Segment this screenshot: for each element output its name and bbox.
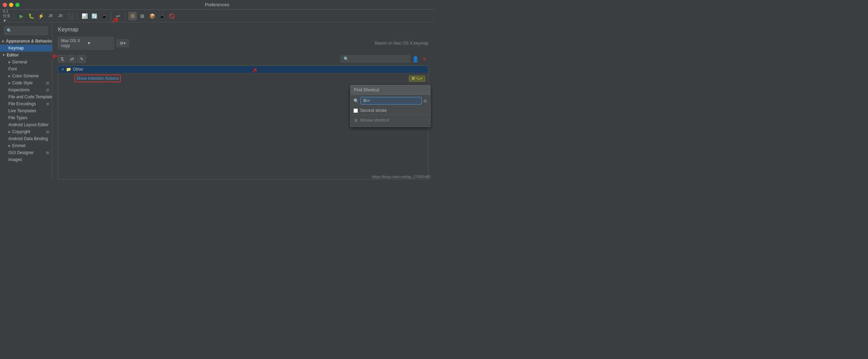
toolbar-project-btn[interactable]: 4.1分支 ▼ (3, 12, 11, 20)
sidebar-item-file-encodings[interactable]: File Encodings ⊞ (0, 100, 52, 107)
keymap-gear-button[interactable]: ⚙▾ (117, 39, 129, 47)
sidebar-item-keymap[interactable]: Keymap (0, 45, 52, 52)
toolbar-undo-btn[interactable]: ↩ (114, 12, 122, 20)
traffic-lights (3, 3, 20, 7)
toolbar-avd-btn[interactable]: 📱 (100, 12, 108, 20)
toolbar-sync-btn[interactable]: 🔄 (90, 12, 98, 20)
sidebar-label-android-layout: Android Layout Editor (8, 122, 48, 127)
sidebar-item-code-style[interactable]: ▶ Code Style ⊞ (0, 79, 52, 86)
sidebar-label-inspections: Inspections (8, 87, 30, 92)
sidebar-label-live-templates: Live Templates (8, 108, 36, 113)
mouse-shortcut-label: Mouse shortcut (360, 118, 389, 123)
sidebar-item-gui-designer[interactable]: GUI Designer ⊞ (0, 149, 52, 156)
sort2-btn[interactable]: ⇄ (68, 55, 76, 63)
sidebar-label-code-style: Code Style (12, 81, 33, 85)
sort-btn[interactable]: ⇅ (58, 55, 66, 63)
sidebar: ▶ Appearance & Behavior Keymap ▼ Editor … (0, 22, 52, 180)
toolbar-sep-3 (111, 13, 111, 20)
sidebar-item-general[interactable]: ▶ General (0, 59, 52, 66)
keymap-search: 👤 ✕ (341, 55, 428, 63)
mouse-icon: 🖱 (353, 117, 358, 123)
content-area: Keymap Mac OS X copy ▼ ⚙▾ Based on Mac O… (52, 22, 434, 180)
popup-mouse-row: 🖱 Mouse shortcut (351, 114, 430, 127)
sidebar-item-file-types[interactable]: File Types (0, 114, 52, 121)
sidebar-label-file-templates: File and Code Templates (8, 94, 52, 99)
sidebar-item-copyright[interactable]: ▶ Copyright ⊞ (0, 128, 52, 135)
toolbar-settings-btn[interactable]: ⚙ (128, 12, 137, 20)
url-bar: https://blog.csdn.net/qq_27093465 (372, 175, 431, 179)
clear-filter-icon[interactable]: ✕ (421, 55, 428, 63)
keymap-toolbar: ⇅ ⇄ ✎ 👤 ✕ (58, 55, 428, 63)
toolbar-jr1-btn[interactable]: JR (46, 12, 55, 20)
sidebar-item-appearance[interactable]: ▶ Appearance & Behavior (0, 38, 52, 45)
toolbar-sep-2 (77, 13, 77, 20)
tree-label-other: Other (73, 67, 425, 72)
sidebar-label-general: General (12, 60, 27, 64)
filter-user-icon[interactable]: 👤 (412, 55, 419, 63)
sidebar-item-inspections[interactable]: Inspections ⊞ (0, 86, 52, 93)
popup-checkbox-row: Second stroke (351, 107, 430, 114)
maximize-button[interactable] (15, 3, 20, 7)
sidebar-label-android-data: Android Data Binding (8, 136, 48, 141)
popup-search-input[interactable] (360, 97, 422, 105)
cs-arrow-icon: ▶ (8, 74, 11, 78)
sidebar-item-file-templates[interactable]: File and Code Templates ⊞ (0, 93, 52, 100)
toolbar-sep-4 (125, 13, 126, 20)
tree-label-show-intention: Show Intention Actions (76, 76, 119, 81)
sidebar-label-font: Font (8, 67, 17, 71)
popup-title: Find Shortcut (351, 85, 430, 95)
find-shortcut-popup: Find Shortcut 🔍 ⊗ Second stroke 🖱 Mouse … (350, 85, 431, 127)
codestyle-arrow-icon: ▶ (8, 81, 11, 85)
sidebar-label-copyright: Copyright (12, 129, 30, 134)
tree-row-show-intention[interactable]: Show Intention Actions ⌘⌥↵ (58, 73, 428, 84)
sidebar-item-color-scheme[interactable]: ▶ Color Scheme (0, 72, 52, 79)
sidebar-label-appearance: Appearance & Behavior (6, 39, 52, 44)
sidebar-label-file-types: File Types (8, 115, 27, 120)
search-icon: 🔍 (353, 98, 359, 104)
sidebar-label-images: Images (8, 157, 22, 162)
edit-btn[interactable]: ✎ (77, 55, 86, 63)
tree-shortcut-badge: ⌘⌥↵ (409, 76, 425, 82)
toolbar-jr2-btn[interactable]: JR (56, 12, 65, 20)
sidebar-item-emmet[interactable]: ▶ Emmet (0, 142, 52, 149)
dropdown-arrow-icon: ▼ (87, 41, 111, 46)
toolbar-sep-1 (14, 13, 14, 20)
toolbar-sdk-btn[interactable]: 📦 (148, 12, 156, 20)
minimize-button[interactable] (9, 3, 13, 7)
sidebar-label-gui-designer: GUI Designer (8, 150, 34, 155)
toolbar-debug-btn[interactable]: 🐛 (27, 12, 35, 20)
sidebar-search-input[interactable] (4, 26, 48, 35)
toolbar-gradle-btn[interactable]: 📊 (80, 12, 89, 20)
toolbar-grid-btn[interactable]: ⊞ (138, 12, 147, 20)
popup-clear-icon[interactable]: ⊗ (423, 98, 427, 104)
folder-icon: 📁 (66, 67, 72, 72)
toolbar-coverage-btn[interactable]: ⚡ (37, 12, 45, 20)
toolbar-run-btn[interactable]: ▶ (17, 12, 25, 20)
copyright-arrow-icon: ▶ (8, 130, 11, 133)
sidebar-item-android-layout[interactable]: Android Layout Editor (0, 121, 52, 128)
sidebar-label-color-scheme: Color Scheme (12, 74, 39, 78)
toolbar: 4.1分支 ▼ ▶ 🐛 ⚡ JR JR ⬛ 📊 🔄 📱 ↩ ⚙ ⊞ 📦 📱 🚫 (0, 10, 434, 22)
sidebar-item-font[interactable]: Font (0, 66, 52, 72)
main-layout: ▶ Appearance & Behavior Keymap ▼ Editor … (0, 22, 434, 180)
tree-row-other[interactable]: ▼ 📁 Other (58, 66, 428, 73)
sidebar-label-emmet: Emmet (12, 143, 25, 148)
sidebar-item-live-templates[interactable]: Live Templates (0, 107, 52, 114)
keymap-search-input[interactable] (341, 55, 410, 62)
sidebar-item-editor[interactable]: ▼ Editor (0, 52, 52, 59)
keymap-dropdown[interactable]: Mac OS X copy ▼ (58, 37, 114, 49)
sidebar-item-android-data[interactable]: Android Data Binding (0, 135, 52, 142)
toolbar-no-btn[interactable]: 🚫 (167, 12, 176, 20)
sidebar-label-keymap: Keymap (8, 46, 24, 51)
editor-arrow-icon: ▼ (2, 53, 5, 57)
arrow-icon: ▶ (2, 39, 5, 43)
toolbar-avd2-btn[interactable]: 📱 (158, 12, 166, 20)
general-arrow-icon: ▶ (8, 60, 11, 64)
toolbar-stop-btn[interactable]: ⬛ (66, 12, 74, 20)
titlebar: Preferences (0, 0, 434, 10)
sidebar-label-file-encodings: File Encodings (8, 101, 36, 106)
sidebar-label-editor: Editor (7, 53, 19, 58)
sidebar-item-images[interactable]: Images (0, 156, 52, 163)
second-stroke-checkbox[interactable] (353, 108, 358, 113)
close-button[interactable] (3, 3, 7, 7)
